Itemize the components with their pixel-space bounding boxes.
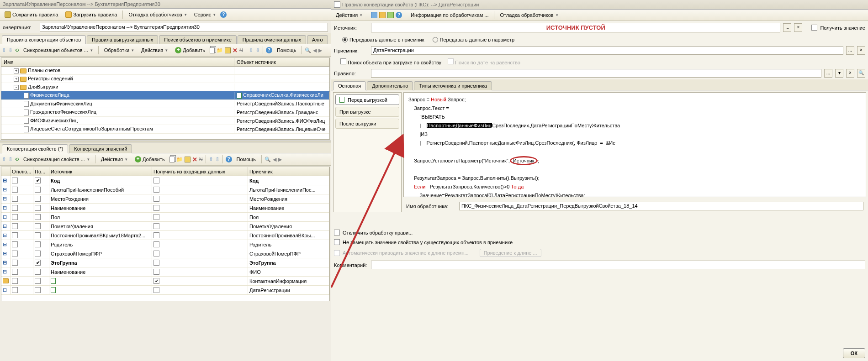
tool-icon-2[interactable] bbox=[379, 12, 386, 18]
help-icon-2[interactable]: ? bbox=[266, 47, 272, 53]
move-up-icon[interactable]: ⇧ bbox=[249, 47, 254, 53]
move-down-icon-2[interactable]: ⇩ bbox=[215, 156, 220, 162]
sub-tab-1[interactable]: Дополнительно bbox=[367, 81, 413, 90]
tree-row[interactable]: ФИОФизическихЛицРегистрСведенийЗапись.ФИ… bbox=[1, 117, 329, 126]
prop-row[interactable]: ⊟КодКод bbox=[1, 176, 329, 185]
add-folder-icon[interactable]: 📁 bbox=[217, 47, 223, 53]
tree-row[interactable]: ДокументыФизическихЛицРегистрСведенийЗап… bbox=[1, 100, 329, 109]
tree-row[interactable]: ГражданствоФизическихЛицРегистрСведенийЗ… bbox=[1, 108, 329, 117]
dest-clear-button[interactable]: × bbox=[857, 46, 865, 55]
processing-dropdown[interactable]: Обработки bbox=[101, 46, 137, 54]
rule-select-button[interactable]: ... bbox=[824, 69, 832, 78]
tree-row[interactable]: -ДляВыгрузки bbox=[1, 83, 329, 91]
help-icon[interactable]: ? bbox=[220, 11, 227, 18]
sub-tab-2[interactable]: Типы источника и приемника bbox=[414, 81, 492, 90]
sync-props-button[interactable]: Синхронизация свойств ... bbox=[21, 155, 92, 163]
main-tab-2[interactable]: Поиск объектов в приемнике bbox=[159, 35, 237, 44]
tree-row[interactable]: ФизическиеЛицаСправочникСсылка.Физически… bbox=[1, 91, 329, 100]
tree-row[interactable]: +Регистры сведений bbox=[1, 75, 329, 83]
search-by-prop-checkbox[interactable]: Поиск объекта при загрузке по свойству bbox=[340, 58, 441, 65]
prop-row[interactable]: КонтактнаяИнформация bbox=[1, 277, 329, 286]
handler-name-field[interactable]: ПКС_ФизическиеЛица_ДатаРегистрации_Перед… bbox=[459, 202, 863, 210]
source-select-button[interactable]: ... bbox=[783, 23, 791, 32]
delete-icon-2[interactable]: ✕ bbox=[192, 156, 197, 163]
bottom-tab-0[interactable]: Конвертация свойств (*) bbox=[2, 144, 68, 153]
radio-to-param[interactable]: Передавать данные в параметр bbox=[433, 36, 514, 42]
col-src[interactable]: Объект источник bbox=[234, 58, 329, 66]
tool-icon-3[interactable] bbox=[387, 12, 394, 18]
comment-field[interactable] bbox=[371, 261, 865, 269]
prop-row[interactable]: ⊟НаименованиеФИО bbox=[1, 267, 329, 277]
prop-row[interactable]: ⊟ЭтоГруппаЭтоГруппа bbox=[1, 258, 329, 267]
col-source[interactable]: Источник bbox=[49, 167, 152, 176]
handler-info-button[interactable]: Информация по обработчикам ... bbox=[408, 11, 491, 19]
radio-to-dest[interactable]: Передавать данные в приемник bbox=[342, 36, 424, 42]
tool-icon-1[interactable] bbox=[371, 12, 377, 18]
strikethrough-icon[interactable]: N bbox=[239, 47, 243, 53]
main-tab-1[interactable]: Правила выгрузки данных bbox=[87, 35, 158, 44]
edit-icon-2[interactable] bbox=[185, 157, 191, 162]
next-icon-2[interactable]: ▶ bbox=[278, 157, 282, 162]
actions-dropdown-2[interactable]: Действия bbox=[98, 155, 130, 163]
col-disable[interactable]: Отклю... bbox=[11, 167, 33, 176]
prop-row[interactable]: ⊟МестоРожденияМестоРождения bbox=[1, 194, 329, 204]
load-rules-button[interactable]: Загрузить правила bbox=[63, 10, 120, 19]
ok-button[interactable]: ОК bbox=[843, 348, 865, 358]
prop-row[interactable]: ⊟РодительРодитель bbox=[1, 240, 329, 249]
auto-length-checkbox[interactable] bbox=[334, 250, 340, 256]
rule-clear-button[interactable]: × bbox=[846, 69, 854, 78]
down-icon-2[interactable]: ⇩ bbox=[8, 156, 13, 162]
main-tab-0[interactable]: Правила конвертации объектов bbox=[2, 35, 86, 44]
col-name[interactable]: Имя bbox=[1, 58, 234, 66]
down-icon[interactable]: ⇩ bbox=[8, 47, 13, 53]
prop-row[interactable]: ⊟ПометкаУдаленияПометкаУдаления bbox=[1, 222, 329, 231]
col-incoming[interactable]: Получить из входящих данных bbox=[152, 167, 248, 176]
prop-row[interactable]: ⊟НаименованиеНаименование bbox=[1, 204, 329, 213]
prop-row[interactable]: ⊟ДатаРегистрации bbox=[1, 286, 329, 295]
sync-objects-button[interactable]: Синхронизация объектов ... bbox=[21, 46, 95, 54]
move-up-icon-2[interactable]: ⇧ bbox=[209, 156, 213, 162]
service-dropdown[interactable]: Сервис bbox=[191, 10, 219, 19]
source-clear-button[interactable]: × bbox=[794, 23, 802, 32]
prev-icon[interactable]: ◀ bbox=[313, 47, 317, 53]
rule-dropdown-button[interactable]: ▾ bbox=[835, 69, 843, 78]
no-replace-checkbox[interactable] bbox=[334, 239, 340, 245]
save-rules-button[interactable]: Сохранить правила bbox=[2, 10, 61, 19]
help-button[interactable]: Помощь bbox=[274, 46, 299, 54]
source-field[interactable]: ИСТОЧНИК ПУСТОЙ bbox=[371, 23, 780, 32]
code-editor[interactable]: Запрос = Новый Запрос; Запрос.Текст = "В… bbox=[403, 92, 866, 197]
main-tab-4[interactable]: Алго bbox=[307, 35, 328, 44]
actions-dropdown[interactable]: Действия bbox=[138, 46, 170, 54]
help-icon-3[interactable]: ? bbox=[226, 156, 232, 162]
prop-row[interactable]: ⊟ЛьготаПриНачисленииПособийЛьготаПриНачи… bbox=[1, 185, 329, 194]
strikethrough-icon-2[interactable]: N bbox=[199, 157, 203, 162]
delete-icon[interactable]: ✕ bbox=[233, 47, 238, 54]
prop-row[interactable]: ⊟ПостоянноПроживалВКрыму18Марта2...Посто… bbox=[1, 231, 329, 240]
prop-row[interactable]: ⊟ПолПол bbox=[1, 213, 329, 222]
up-icon-2[interactable]: ⇧ bbox=[2, 156, 6, 162]
dest-select-button[interactable]: ... bbox=[846, 46, 854, 55]
handler-item-2[interactable]: После выгрузки bbox=[335, 119, 399, 129]
add-button[interactable]: +Добавить bbox=[172, 46, 208, 55]
main-tab-3[interactable]: Правила очистки данных bbox=[238, 35, 306, 44]
tree-row[interactable]: ЛицевыеСчетаСотрудниковПоЗарплатнымПроек… bbox=[1, 125, 329, 134]
up-icon[interactable]: ⇧ bbox=[2, 47, 6, 53]
col-dest[interactable]: Приемник bbox=[248, 167, 329, 176]
move-down-icon[interactable]: ⇩ bbox=[255, 47, 260, 53]
handler-item-1[interactable]: При выгрузке bbox=[335, 107, 399, 117]
tree-row[interactable]: +Планы счетов bbox=[1, 67, 329, 75]
sub-tab-0[interactable]: Основная bbox=[333, 81, 366, 90]
dest-field[interactable]: ДатаРегистрации bbox=[371, 46, 843, 55]
debug-handlers-button[interactable]: Отладка обработчиков bbox=[497, 11, 561, 19]
debug-handlers-dropdown[interactable]: Отладка обработчиков bbox=[126, 10, 189, 19]
help-button-2[interactable]: Помощь bbox=[234, 155, 259, 163]
prop-row[interactable]: ⊟СтраховойНомерПФРСтраховойНомерПФР bbox=[1, 249, 329, 258]
copy-icon[interactable] bbox=[210, 47, 215, 53]
prev-icon-2[interactable]: ◀ bbox=[273, 157, 276, 162]
add-folder-icon-2[interactable]: 📁 bbox=[176, 157, 183, 162]
conversion-field[interactable]: ЗарплатаИУправлениеПерсоналом --> Бухгал… bbox=[40, 23, 328, 31]
bottom-tab-1[interactable]: Конвертация значений bbox=[69, 144, 132, 153]
rule-search-button[interactable]: 🔍 bbox=[857, 69, 865, 78]
rule-field[interactable] bbox=[371, 69, 821, 78]
add-button-2[interactable]: +Добавить bbox=[132, 155, 168, 164]
